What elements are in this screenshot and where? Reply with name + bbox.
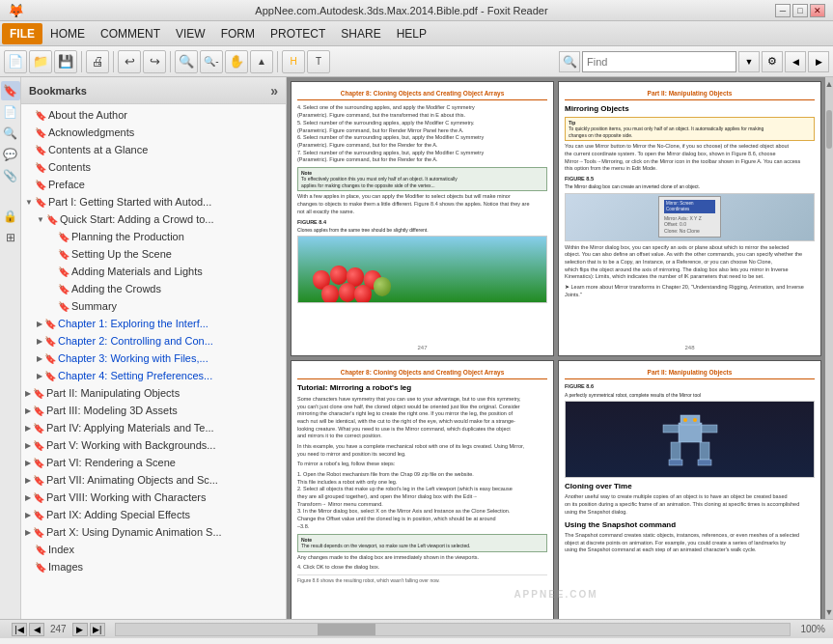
right-scrollbar[interactable]: ▲ ▼ [825,77,833,619]
security-icon[interactable]: 🔒 [1,207,20,226]
page-250: Part II: Manipulating Objects FIGURE 8.6… [558,360,821,619]
bookmark-item[interactable]: ▼🔖Quick Start: Adding a Crowd to... [21,210,286,228]
menu-comment[interactable]: COMMENT [93,23,168,44]
print-button[interactable]: 🖨 [86,50,109,73]
hand-button[interactable]: ✋ [225,50,248,73]
bookmark-icon: 🔖 [58,301,69,312]
page-248-chapter: Part II: Manipulating Objects [565,90,815,100]
bookmark-item[interactable]: 🔖Adding the Crowds [21,280,286,297]
bookmark-item[interactable]: 🔖Acknowledgments [21,124,286,141]
search-icon-btn[interactable]: 🔍 [559,51,580,72]
page-249: Chapter 8: Cloning Objects and Creating … [291,360,554,619]
svg-rect-0 [679,423,702,442]
new-button[interactable]: 📄 [4,50,27,73]
close-button[interactable]: ✕ [810,4,825,17]
prev-page-button[interactable]: ◀ [29,623,44,636]
open-button[interactable]: 📁 [29,50,52,73]
page-249-note: Note The result depends on the viewport,… [297,534,547,552]
layers-icon[interactable]: ⊞ [1,228,20,247]
save-button[interactable]: 💾 [54,50,77,73]
bookmark-item[interactable]: ▶🔖Part X: Using Dynamic Animation S... [21,523,286,541]
bookmark-item[interactable]: ▶🔖Part IV: Applying Materials and Te... [21,419,286,436]
bookmark-label: Adding the Crowds [71,283,161,294]
page-250-body1: Another useful way to create multiple co… [565,493,815,516]
bookmark-item[interactable]: 🔖Preface [21,176,286,193]
next-page-button[interactable]: ▶ [72,623,88,636]
horizontal-scrollbar[interactable] [115,623,791,636]
page-250-figure-caption: A perfectly symmetrical robot, complete … [565,392,815,399]
menu-file[interactable]: FILE [2,23,42,44]
scroll-thumb[interactable] [826,110,832,149]
bookmark-label: Part IV: Applying Materials and Te... [46,422,214,434]
first-page-button[interactable]: |◀ [12,623,27,636]
bookmark-label: Quick Start: Adding a Crowd to... [60,213,214,225]
bookmark-icon: 🔖 [33,527,44,538]
bookmark-item[interactable]: ▶🔖Part VII: Animating Objects and Sc... [21,471,286,489]
bookmark-item[interactable]: ▶🔖Chapter 4: Setting Preferences... [21,367,286,384]
highlight-button[interactable]: H [282,50,305,73]
bookmark-item[interactable]: ▶🔖Chapter 3: Working with Files,... [21,350,286,367]
expand-triangle-icon: ▶ [25,528,31,537]
bookmark-item[interactable]: 🔖About the Author [21,106,286,124]
search-next-button[interactable]: ▶ [808,51,829,72]
bookmark-icon: 🔖 [35,145,46,155]
select-button[interactable]: ▲ [250,50,273,73]
bookmark-item[interactable]: ▶🔖Part II: Manipulating Objects [21,384,286,402]
pages-icon[interactable]: 📄 [1,102,20,122]
page-247-figure-caption: Clones apples from the same tree should … [297,227,547,234]
bookmark-item[interactable]: ▶🔖Part IX: Adding Special Effects [21,506,286,523]
bookmark-icon: 🔖 [58,266,69,277]
menu-view[interactable]: VIEW [168,23,213,44]
zoom-out-button[interactable]: 🔍- [200,50,223,73]
redo-button[interactable]: ↪ [143,50,166,73]
annotation-button[interactable]: T [307,50,330,73]
bookmark-item[interactable]: ▶🔖Chapter 2: Controlling and Con... [21,332,286,350]
comments-icon[interactable]: 💬 [1,145,20,164]
bookmark-item[interactable]: 🔖Planning the Production [21,228,286,245]
bookmark-item[interactable]: ▶🔖Part V: Working with Backgrounds... [21,436,286,454]
bookmark-icon: 🔖 [33,406,44,416]
attachments-icon[interactable]: 📎 [1,166,20,185]
page-248-number: 248 [684,345,694,352]
search-side-icon[interactable]: 🔍 [1,124,20,143]
bookmark-item[interactable]: 🔖Images [21,558,286,575]
expand-icon[interactable]: » [270,83,278,98]
bookmark-item[interactable]: 🔖Adding Materials and Lights [21,263,286,280]
bookmark-item[interactable]: ▼🔖Part I: Getting Started with Autod... [21,193,286,210]
document-area[interactable]: Chapter 8: Cloning Objects and Creating … [287,77,825,619]
bookmark-item[interactable]: ▶🔖Chapter 1: Exploring the Interf... [21,315,286,332]
search-prev-button[interactable]: ◀ [785,51,806,72]
menu-home[interactable]: HOME [42,23,93,44]
bookmark-item[interactable]: 🔖Setting Up the Scene [21,245,286,263]
page-247-inner: Chapter 8: Cloning Objects and Creating … [292,82,553,355]
menu-help[interactable]: HELP [389,23,434,44]
bookmark-item[interactable]: 🔖Contents [21,158,286,176]
bookmarks-panel[interactable]: 🔖About the Author🔖Acknowledgments🔖Conten… [21,104,286,619]
bookmarks-icon[interactable]: 🔖 [1,81,20,100]
bookmark-label: About the Author [48,109,127,121]
page-248-inner: Part II: Manipulating Objects Mirroring … [559,82,820,355]
menu-protect[interactable]: PROTECT [263,23,333,44]
minimize-button[interactable]: ─ [775,4,791,17]
menu-share[interactable]: SHARE [333,23,388,44]
bookmark-label: Part VIII: Working with Characters [46,491,206,503]
bookmark-item[interactable]: 🔖Summary [21,297,286,315]
page-249-section-title: Tutorial: Mirroring a robot's leg [297,383,547,393]
menu-form[interactable]: FORM [213,23,263,44]
zoom-in-button[interactable]: 🔍 [175,50,198,73]
bookmark-label: Planning the Production [71,231,184,242]
expand-triangle-icon: ▶ [37,354,42,363]
page-249-chapter: Chapter 8: Cloning Objects and Creating … [297,369,547,379]
maximize-button[interactable]: □ [792,4,808,17]
bookmark-item[interactable]: ▶🔖Part III: Modeling 3D Assets [21,402,286,419]
bookmark-item[interactable]: ▶🔖Part VI: Rendering a Scene [21,454,286,471]
bookmark-label: Part III: Modeling 3D Assets [46,405,178,416]
bookmark-item[interactable]: 🔖Contents at a Glance [21,141,286,158]
undo-button[interactable]: ↩ [118,50,141,73]
search-dropdown-button[interactable]: ▼ [738,51,760,72]
bookmark-item[interactable]: ▶🔖Part VIII: Working with Characters [21,489,286,506]
search-input[interactable] [582,51,736,72]
bookmark-item[interactable]: 🔖Index [21,541,286,558]
last-page-button[interactable]: ▶| [90,623,105,636]
search-settings-button[interactable]: ⚙ [762,51,783,72]
